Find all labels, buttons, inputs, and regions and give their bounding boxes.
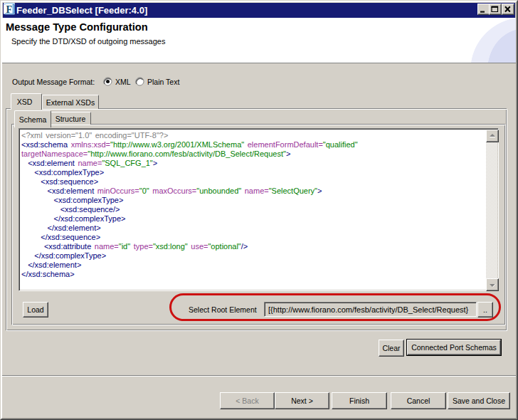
svg-text:F: F [6, 4, 13, 15]
